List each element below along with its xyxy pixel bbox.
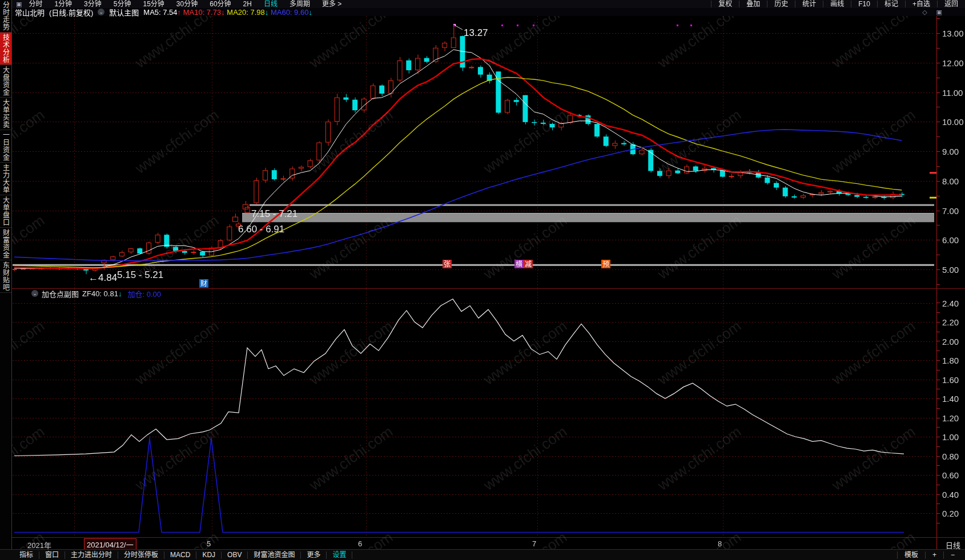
template-menu-item[interactable]: + [925, 551, 943, 559]
sidebar-item-主力大单[interactable]: 主力大单 [0, 163, 11, 195]
ma-value: MA5: 7.54↑ [143, 8, 181, 17]
indicator-menu: 指标窗口主力进出分时分时张停板MACDKDJOBV财富池资金图更多设置 [14, 551, 352, 559]
sidebar-item-财富资金[interactable]: 财富资金 [0, 228, 11, 260]
chart-header-bar: 常山北明 (日线.前复权) ⌄ 默认主图 MA5: 7.54↑ MA10: 7.… [11, 8, 965, 16]
toolbar-menu-item[interactable]: 画线 [823, 1, 851, 7]
template-menu: 模板+− [897, 551, 962, 559]
chevron-down-icon[interactable]: ⌄ [31, 290, 38, 297]
toolbar-menu-item[interactable]: 复权 [711, 1, 739, 7]
toolbar-menu-item[interactable]: 标记 [877, 1, 905, 7]
down-arrow-icon: ↓ [118, 289, 122, 298]
chevron-down-icon[interactable]: ⌄ [98, 9, 104, 15]
period-label: (日线.前复权) [49, 7, 93, 18]
status-menu-item[interactable]: 财富池资金图 [248, 551, 301, 559]
status-bar: 指标窗口主力进出分时分时张停板MACDKDJOBV财富池资金图更多设置 模板+− [0, 549, 965, 560]
sidebar-item-大单盘口[interactable]: 大单盘口 [0, 195, 11, 228]
jiacang-value: 加仓: 0.00 [127, 288, 161, 299]
date-axis-label: 8 [718, 539, 722, 548]
sidebar-item-一日资金[interactable]: 一日资金 [0, 130, 11, 163]
diamond-icon[interactable]: ◇ [922, 9, 927, 16]
period-menu-item[interactable]: 2H [243, 1, 252, 8]
symbol-name: 常山北明 [15, 7, 45, 18]
toolbar-menu-item[interactable]: 历史 [767, 1, 795, 7]
template-menu-item[interactable]: 模板 [897, 551, 925, 559]
main-chart-canvas[interactable] [0, 0, 965, 560]
date-axis-row: 日线 2021年2021/04/12/一5678 [11, 538, 965, 549]
left-sidebar: 分时走势技术分析大盘资金大单买卖一日资金主力大单大单盘口财富资金东财贴吧 [0, 0, 12, 560]
template-menu-item[interactable]: − [943, 551, 962, 559]
period-menu-item[interactable]: 更多 > [322, 1, 341, 8]
toolbar-menu-item[interactable]: 叠加 [739, 1, 767, 7]
sidebar-item-技术分析[interactable]: 技术分析 [0, 33, 11, 65]
toolbar-menu-item[interactable]: F10 [851, 1, 877, 7]
period-menu-item[interactable]: 60分钟 [210, 1, 231, 8]
date-axis-label: 5 [207, 539, 211, 548]
status-menu-item[interactable]: 设置 [327, 551, 352, 559]
status-menu-item[interactable]: 窗口 [39, 551, 65, 559]
toolbar-menu-item[interactable]: +自选 [905, 1, 937, 7]
ma-values: MA5: 7.54↑ MA10: 7.73↓ MA20: 7.98↓ MA60:… [143, 8, 312, 17]
header-right-icons: ◇▣ [922, 9, 942, 16]
status-menu-item[interactable]: KDJ [196, 551, 222, 559]
status-menu-item[interactable]: 更多 [301, 551, 327, 559]
date-axis-label: 6 [358, 539, 362, 548]
sidebar-item-东财贴吧[interactable]: 东财贴吧 [0, 260, 11, 293]
app-window: ▣ 分时1分钟3分钟5分钟15分钟30分钟60分钟2H日线多周期更多 > 复权叠… [0, 0, 965, 560]
ma-value: MA20: 7.98↓ [225, 8, 269, 17]
toolbar-menu-item[interactable]: 统计 [795, 1, 823, 7]
sub-indicator-name[interactable]: 加仓点副图 [42, 288, 79, 299]
period-menu-item[interactable]: 30分钟 [176, 1, 198, 8]
date-axis-label: 2021/04/12/一 [84, 538, 136, 550]
sidebar-item-大盘资金[interactable]: 大盘资金 [0, 65, 11, 98]
trend-arrow-icon: ↓ [308, 8, 312, 17]
sidebar-item-分时走势[interactable]: 分时走势 [0, 0, 11, 33]
period-menu-item[interactable]: 多周期 [290, 1, 310, 8]
status-menu-item[interactable]: 分时张停板 [118, 551, 164, 559]
date-axis-label: 7 [532, 539, 536, 548]
period-menu-item[interactable]: 日线 [264, 1, 278, 8]
zf40-value: ZF40: 0.81↓ [82, 289, 122, 298]
panel-icon[interactable]: ▣ [936, 9, 942, 16]
toolbar-menu-item[interactable]: 返回 [937, 1, 965, 7]
status-menu-item[interactable]: MACD [164, 551, 196, 559]
sidebar-item-大单买卖[interactable]: 大单买卖 [0, 98, 11, 130]
status-menu-item[interactable]: 主力进出分时 [65, 551, 118, 559]
ma-value: MA60: 9.60↓ [268, 8, 312, 17]
status-menu-item[interactable]: OBV [222, 551, 248, 559]
sub-indicator-header: ⌄ 加仓点副图 ZF40: 0.81↓ 加仓: 0.00 [31, 288, 161, 299]
overlay-label[interactable]: 默认主图 [109, 7, 139, 18]
ma-value: MA10: 7.73↓ [181, 8, 225, 17]
toolbar-menu: 复权叠加历史统计画线F10标记+自选返回 [711, 1, 965, 7]
period-menu-item[interactable]: 15分钟 [143, 1, 164, 8]
status-menu-item[interactable]: 指标 [14, 551, 39, 559]
